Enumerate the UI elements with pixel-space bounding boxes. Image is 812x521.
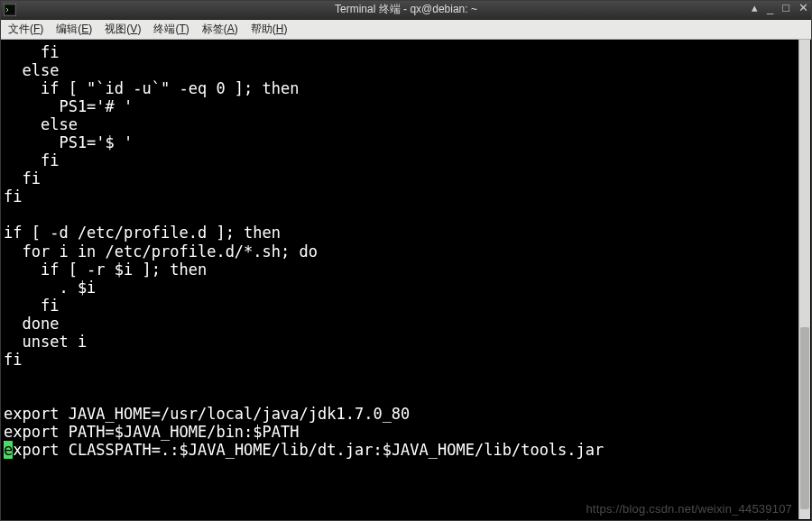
window-titlebar: Terminal 终端 - qx@debian: ~ ▴ _ □ ✕ — [0, 0, 812, 20]
menubar: 文件(F)编辑(E)视图(V)终端(T)标签(A)帮助(H) — [0, 20, 812, 40]
cursor-position: 39,1 — [651, 517, 687, 521]
menu-item-e[interactable]: 编辑(E) — [50, 20, 98, 39]
scrollbar-thumb[interactable] — [800, 327, 809, 509]
window-controls: ▴ _ □ ✕ — [752, 2, 808, 14]
close-button[interactable]: ✕ — [798, 2, 808, 14]
svg-rect-1 — [5, 5, 14, 14]
scrollbar[interactable] — [798, 40, 810, 519]
scroll-mode: 底端 — [760, 517, 790, 521]
rollup-button[interactable]: ▴ — [752, 2, 758, 14]
window-title: Terminal 终端 - qx@debian: ~ — [0, 2, 812, 17]
maximize-button[interactable]: □ — [782, 2, 789, 14]
minimize-button[interactable]: _ — [767, 2, 773, 14]
menu-item-f[interactable]: 文件(F) — [2, 20, 50, 39]
terminal-app-icon — [4, 4, 16, 16]
menu-item-a[interactable]: 标签(A) — [196, 20, 245, 39]
cursor: e — [4, 441, 13, 459]
menu-item-h[interactable]: 帮助(H) — [245, 20, 294, 39]
menu-item-t[interactable]: 终端(T) — [147, 20, 195, 39]
terminal-viewport[interactable]: fi else if [ "`id -u`" -eq 0 ]; then PS1… — [0, 40, 812, 519]
menu-item-v[interactable]: 视图(V) — [98, 20, 147, 39]
